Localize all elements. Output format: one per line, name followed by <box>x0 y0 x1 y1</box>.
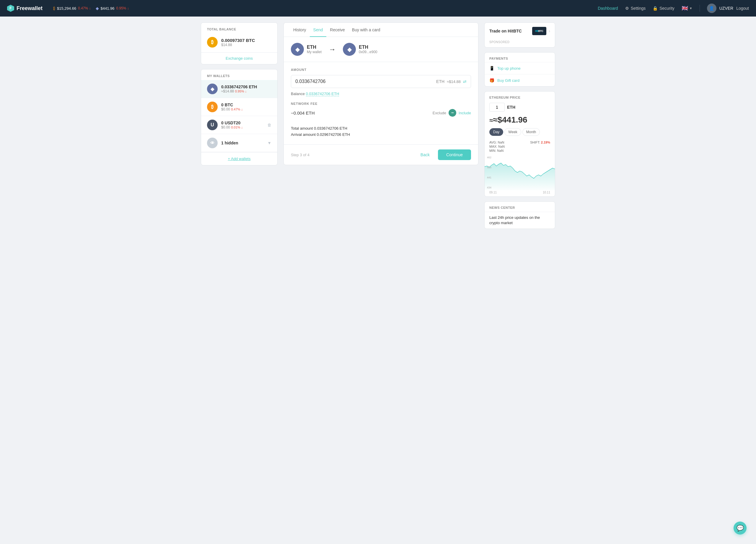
nav-settings[interactable]: ⚙ Settings <box>625 6 646 11</box>
avatar: 👤 <box>707 4 716 13</box>
wallets-header: MY WALLETS <box>201 69 277 80</box>
total-amount-label: Total amount <box>291 126 314 131</box>
continue-button[interactable]: Continue <box>438 149 471 160</box>
eth-currency-label: ETH <box>507 105 515 110</box>
shift-value: 2.19% <box>541 141 550 144</box>
usdt-change-badge: 0.01% ↓ <box>231 126 243 129</box>
arrival-amount-label: Arrival amount <box>291 132 317 137</box>
btc-balance-amount: 0.00097307 BTC <box>221 38 255 43</box>
amount-label: AMOUNT <box>291 68 471 71</box>
btc-price-value: $15,294.66 <box>57 6 76 11</box>
trash-icon[interactable]: 🗑 <box>267 123 271 127</box>
logo[interactable]: F Freewallet <box>7 5 43 12</box>
wallet-item-usdt[interactable]: U 0 USDT20 $0.00 0.01% ↓ 🗑 <box>201 116 277 134</box>
logout-button[interactable]: Logout <box>736 6 749 11</box>
wallet-item-hidden[interactable]: 👁 1 hidden ▼ <box>201 134 277 152</box>
balance-link[interactable]: 0.0336742706 ETH <box>306 92 339 96</box>
center-panel: History Send Receive Buy with a card ◆ E… <box>283 22 478 229</box>
news-header: NEWS CENTER <box>485 202 555 212</box>
usdt-wallet-amount: 0 USDT20 <box>221 120 264 125</box>
header: F Freewallet ₿ $15,294.66 0.47% ↓ ◆ $441… <box>0 0 756 17</box>
tab-receive[interactable]: Receive <box>326 23 348 37</box>
nav-dashboard[interactable]: Dashboard <box>598 6 618 11</box>
balance-info: 0.00097307 BTC $14.88 <box>221 38 255 47</box>
lock-icon: 🔒 <box>653 6 658 11</box>
max-stat: MAX: NaN <box>489 145 505 148</box>
username: UZVER <box>719 6 733 11</box>
buy-gift-card-item[interactable]: 🎁 Buy Gift card <box>485 74 555 86</box>
hitbtc-header: Trade on HitBTC HitBTC › <box>485 23 555 39</box>
user-section: 👤 UZVER Logout <box>707 4 749 13</box>
from-wallet-label: My wallet <box>307 50 322 54</box>
from-endpoint: ◆ ETH My wallet <box>291 43 322 56</box>
hitbtc-right: HitBTC › <box>532 27 550 35</box>
header-prices: ₿ $15,294.66 0.47% ↓ ◆ $441.96 0.95% ↓ <box>53 6 129 11</box>
y-label-454: 454 <box>487 166 491 169</box>
chat-icon: 💬 <box>737 525 744 532</box>
header-nav: Dashboard ⚙ Settings 🔒 Security 🇬🇧 ▼ 👤 U… <box>598 4 749 13</box>
price-chart <box>485 155 555 190</box>
x-label-1011: 10.11 <box>543 191 550 194</box>
nav-security[interactable]: 🔒 Security <box>653 6 674 11</box>
add-wallets-button[interactable]: + Add wallets <box>201 152 277 165</box>
time-tab-month[interactable]: Month <box>522 128 540 136</box>
fee-toggle: − <box>449 109 456 117</box>
eth-qty-input[interactable] <box>489 103 505 112</box>
tab-buy-card[interactable]: Buy with a card <box>348 23 384 37</box>
swap-icon[interactable]: ⇄ <box>463 79 467 84</box>
btc-change-badge: 0.47% ↓ <box>231 108 243 111</box>
chevron-down-icon[interactable]: ▼ <box>267 141 271 145</box>
back-button[interactable]: Back <box>416 150 434 159</box>
eth-price-value: ≈$441.96 <box>493 115 527 124</box>
include-label: Include <box>459 111 471 115</box>
language-selector[interactable]: 🇬🇧 ▼ <box>682 5 693 12</box>
to-eth-icon: ◆ <box>343 43 356 56</box>
amount-input[interactable] <box>295 79 434 84</box>
time-tab-day[interactable]: Day <box>489 128 503 136</box>
from-eth-icon: ◆ <box>291 43 304 56</box>
btc-wallet-usd: $0.00 0.47% ↓ <box>221 107 271 111</box>
hitbtc-card: Trade on HitBTC HitBTC › SPONSORED <box>484 22 555 48</box>
btc-balance-usd: $14.88 <box>221 43 255 47</box>
to-coin-name: ETH <box>359 45 377 50</box>
time-tab-week[interactable]: Week <box>504 128 521 136</box>
min-stat: MIN: NaN <box>489 149 505 152</box>
eth-wallet-icon: ◆ <box>207 84 218 94</box>
network-fee-label: NETWORK FEE <box>291 102 471 105</box>
payments-card: PAYMENTS 📱 Top up phone 🎁 Buy Gift card <box>484 52 555 87</box>
total-balance-header: TOTAL BALANCE <box>201 23 277 35</box>
tab-send[interactable]: Send <box>310 23 327 37</box>
exchange-coins-link[interactable]: Exchange coins <box>201 52 277 64</box>
btc-wallet-info: 0 BTC $0.00 0.47% ↓ <box>221 102 271 111</box>
eth-wallet-amount: 0.0336742706 ETH <box>221 84 271 89</box>
gift-icon: 🎁 <box>489 78 494 83</box>
hidden-wallet-icon: 👁 <box>207 138 218 148</box>
hitbtc-title: Trade on HitBTC <box>489 29 522 33</box>
from-coin-name: ETH <box>307 45 322 50</box>
footer-buttons: Back Continue <box>416 149 471 160</box>
balance-info: Balance 0.0336742706 ETH <box>291 92 471 96</box>
shift-label: SHIFT: <box>530 141 541 144</box>
usdt-wallet-info: 0 USDT20 $0.00 0.01% ↓ <box>221 120 264 129</box>
stats-left: AVG: NaN MAX: NaN MIN: NaN <box>489 141 505 152</box>
eth-wallet-info: 0.0336742706 ETH ≈$14.88 0.95% ↓ <box>221 84 271 93</box>
total-amount-value: 0.0336742706 ETH <box>314 126 347 131</box>
hitbtc-logo: HitBTC <box>532 27 546 35</box>
hitbtc-left: Trade on HitBTC <box>489 29 522 33</box>
wallet-item-btc[interactable]: ₿ 0 BTC $0.00 0.47% ↓ <box>201 98 277 116</box>
fee-amount-value: −0.004 ETH <box>291 110 315 115</box>
total-balance-row: ₿ 0.00097307 BTC $14.88 <box>201 35 277 52</box>
chat-bubble[interactable]: 💬 <box>734 522 747 535</box>
to-info: ETH 0x09...e900 <box>359 45 377 54</box>
amount-currency-label: ETH <box>436 79 444 84</box>
hidden-wallet-amount: 1 hidden <box>221 141 264 145</box>
top-up-phone-item[interactable]: 📱 Top up phone <box>485 62 555 74</box>
tab-history[interactable]: History <box>290 23 310 37</box>
news-card: NEWS CENTER Last 24h price updates on th… <box>484 201 555 229</box>
eth-wallet-usd: ≈$14.88 0.95% ↓ <box>221 89 271 93</box>
chart-area: 462 454 441 434 <box>485 155 555 190</box>
fee-toggle-button[interactable]: − <box>449 109 456 117</box>
eth-change: 0.95% ↓ <box>116 6 129 10</box>
wallet-item-eth[interactable]: ◆ 0.0336742706 ETH ≈$14.88 0.95% ↓ <box>201 80 277 98</box>
logo-icon: F <box>7 5 14 12</box>
